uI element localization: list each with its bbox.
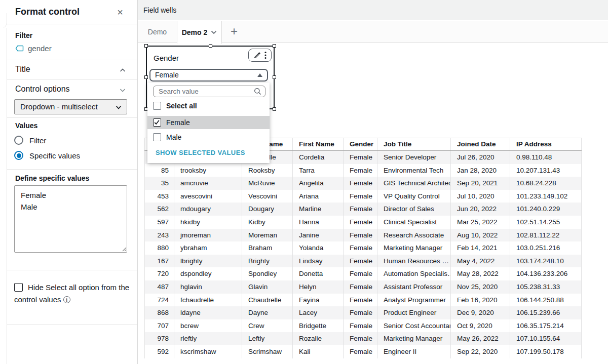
option-female[interactable]: Female — [147, 116, 270, 129]
table-cell: 592 — [144, 345, 174, 358]
selection-handle[interactable] — [144, 75, 148, 79]
radio-unselected-icon[interactable] — [14, 136, 23, 145]
chevron-down-icon[interactable] — [119, 87, 126, 94]
table-cell: Analyst Programmer — [377, 294, 451, 307]
table-cell: Female — [344, 216, 377, 229]
panel-collapse-notch — [0, 13, 7, 28]
add-sheet-button[interactable]: + — [225, 21, 243, 43]
panel-gutter — [0, 28, 7, 364]
table-cell: 453 — [144, 190, 174, 203]
radio-label: Filter — [29, 136, 46, 145]
control-type-select[interactable]: Dropdown - multiselect — [14, 99, 127, 114]
control-options-header[interactable]: Control options — [15, 85, 70, 94]
selection-handle[interactable] — [144, 44, 148, 48]
table-cell: Oct 9, 2020 — [451, 319, 510, 333]
selection-handle[interactable] — [273, 75, 276, 79]
table-row: 868ldayneDayneLaceyFemaleProduct Enginee… — [144, 306, 582, 319]
table-cell: 868 — [144, 306, 174, 319]
table-cell: Rooksby — [242, 164, 293, 177]
tab-label: Demo — [148, 28, 167, 36]
radio-selected-icon[interactable] — [14, 151, 23, 160]
table-cell: 10.207.131.43 — [510, 164, 582, 177]
divider — [7, 117, 137, 118]
table-cell: Brighty — [242, 255, 293, 268]
define-values-label: Define specific values — [15, 174, 89, 182]
menu-dots-icon[interactable] — [264, 51, 267, 59]
table-cell: Rozalie — [293, 332, 344, 345]
show-selected-values-link[interactable]: SHOW SELECTED VALUES — [147, 144, 270, 156]
table-cell: Female — [344, 229, 377, 242]
search-box — [153, 86, 265, 97]
table-cell: amcruvie — [174, 177, 242, 190]
table-cell: Mar 25, 2022 — [451, 216, 510, 229]
table-cell: 85 — [144, 164, 174, 177]
format-control-panel: Format control × Filter gender Title Con… — [0, 0, 138, 364]
table-cell: Research Associate — [377, 229, 451, 242]
table-cell: Female — [344, 345, 377, 358]
sheet-tab-bar: Demo Demo 2 + — [138, 21, 608, 43]
table-cell: Angelita — [293, 177, 344, 190]
table-cell: 102.51.14.255 — [510, 216, 582, 229]
checkbox-unchecked-icon[interactable] — [153, 102, 161, 110]
table-cell: Dougary — [242, 203, 293, 216]
table-cell: Bridgette — [293, 319, 344, 333]
table-cell: 720 — [144, 267, 174, 280]
dropdown-options-panel: Select all Female Male SHOW SELECTED VAL… — [147, 83, 270, 163]
table-cell: Assistant Professor — [377, 280, 451, 294]
table-cell: Dec 9, 2020 — [451, 306, 510, 319]
gender-dropdown-control[interactable]: Female — [149, 69, 268, 82]
divider — [7, 24, 137, 24]
close-icon[interactable]: × — [114, 6, 126, 18]
table-row: 35amcruvieMcRuvieAngelitaFemaleGIS Techn… — [144, 177, 582, 190]
checkbox-unchecked-icon[interactable] — [153, 133, 161, 141]
select-all-option[interactable]: Select all — [147, 97, 270, 113]
table-row: 592kscrimshawScrimshawKaliFemaleEngineer… — [144, 345, 582, 358]
select-all-label: Select all — [166, 102, 197, 110]
table-cell: avescovini — [174, 190, 242, 203]
table-cell: jmoreman — [174, 229, 242, 242]
table-cell: Ariana — [293, 190, 344, 203]
table-cell: Feb 14, 2021 — [451, 241, 510, 255]
tab-demo[interactable]: Demo — [138, 21, 177, 43]
table-cell: GIS Technical Architect — [377, 177, 451, 190]
chevron-up-icon[interactable] — [119, 67, 126, 74]
radio-specific-values[interactable]: Specific values — [14, 151, 80, 160]
table-cell: Dayne — [242, 306, 293, 319]
table-cell: Female — [344, 203, 377, 216]
table-row: 724fchaudrelleChaudrelleFayinaFemaleAnal… — [144, 294, 582, 307]
table-cell: Product Engineer — [377, 306, 451, 319]
edit-pencil-icon[interactable] — [253, 52, 260, 59]
table-cell: Engineer II — [377, 345, 451, 358]
selection-handle[interactable] — [209, 44, 212, 48]
table-cell: 562 — [144, 203, 174, 216]
specific-values-textarea[interactable]: Female Male — [14, 185, 127, 253]
filter-section-label: Filter — [15, 31, 32, 39]
search-input[interactable] — [154, 86, 265, 97]
table-row: 562mdougaryDougaryMarlineFemaleDirector … — [144, 203, 582, 216]
table-cell: Female — [344, 190, 377, 203]
field-wells-bar: Field wells — [138, 0, 608, 20]
selection-handle[interactable] — [273, 107, 276, 111]
selection-handle[interactable] — [273, 44, 276, 48]
table-cell: Environmental Tech — [377, 164, 451, 177]
option-male[interactable]: Male — [147, 131, 270, 144]
data-table: Last NameFirst NameGenderJob TitleJoined… — [144, 138, 582, 358]
table-row: 707bcrewCrewBridgetteFemaleSenior Cost A… — [144, 319, 582, 333]
info-icon[interactable]: i — [63, 296, 70, 303]
control-title: Gender — [154, 54, 179, 62]
table-row: 720dspondleySpondleyDonettaFemaleAutomat… — [144, 267, 582, 280]
hide-select-all-label: Hide Select all option from the control … — [14, 283, 129, 304]
checkbox-checked-icon[interactable] — [153, 118, 161, 127]
title-section-header[interactable]: Title — [15, 65, 30, 74]
table-cell: 167 — [144, 255, 174, 268]
radio-filter[interactable]: Filter — [14, 136, 46, 145]
table-cell: dspondley — [174, 267, 242, 280]
table-cell: Female — [344, 164, 377, 177]
checkbox-unchecked-icon[interactable] — [14, 283, 23, 292]
tab-demo-2-active[interactable]: Demo 2 — [177, 21, 222, 44]
values-section-label: Values — [15, 122, 37, 130]
table-cell: Vescovini — [242, 190, 293, 203]
table-cell: 106.35.175.214 — [510, 319, 582, 333]
table-cell: Hanna — [293, 216, 344, 229]
hide-select-all-row[interactable]: Hide Select all option from the control … — [14, 281, 130, 306]
